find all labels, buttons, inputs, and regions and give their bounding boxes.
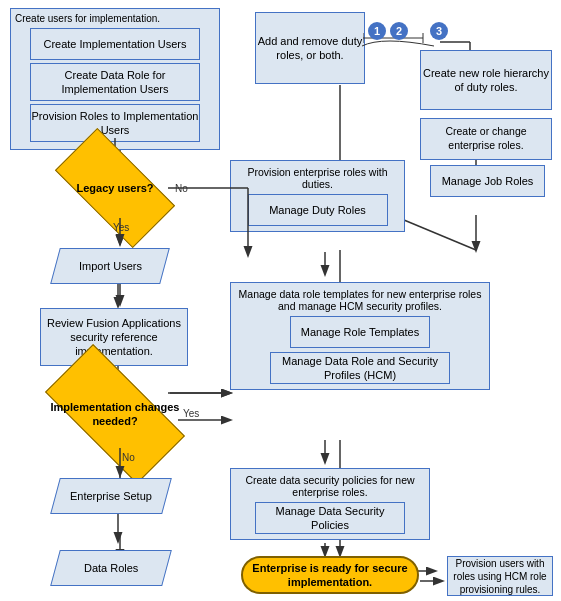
manage-role-templates-box[interactable]: Manage Role Templates [290,316,430,348]
circle-3: 3 [430,22,448,40]
circle-1: 1 [368,22,386,40]
create-users-note: Create users for implementation. [15,13,215,24]
create-users-group: Create users for implementation. Create … [10,8,220,150]
data-security-group: Create data security policies for new en… [230,468,430,540]
arrow-enterprise-data [108,514,128,549]
create-hierarchy-box: Create new role hierarchy of duty roles. [420,50,552,110]
create-impl-users-box[interactable]: Create Implementation Users [30,28,200,60]
manage-job-roles-box[interactable]: Manage Job Roles [430,165,545,197]
arrow-impl-right [178,412,238,432]
flowchart-diagram: Create users for implementation. Create … [0,0,561,601]
arrow-templates-security [315,440,335,470]
impl-changes-diamond: Implementation changes needed? [50,380,180,448]
data-roles-box[interactable]: Data Roles [50,550,172,586]
add-remove-duty-box: Add and remove duty roles, or both. [255,12,365,84]
create-security-note: Create data security policies for new en… [236,474,424,498]
manage-data-role-box[interactable]: Manage Data Role and Security Profiles (… [270,352,450,384]
legacy-users-diamond: Legacy users? [60,158,170,218]
enterprise-setup-box[interactable]: Enterprise Setup [50,478,172,514]
provision-roles-box[interactable]: Provision Roles to Implementation Users [30,104,200,142]
manage-data-note: Manage data role templates for new enter… [236,288,484,312]
enterprise-ready-box: Enterprise is ready for secure implement… [241,556,419,594]
create-data-role-box[interactable]: Create Data Role for Implementation User… [30,63,200,101]
circle-2: 2 [390,22,408,40]
review-fusion-box: Review Fusion Applications security refe… [40,308,188,366]
provision-note: Provision enterprise roles with duties. [236,166,399,190]
create-enterprise-box: Create or change enterprise roles. [420,118,552,160]
arrow-no-bypass [168,183,258,263]
arrow-provision-templates [315,252,335,282]
manage-templates-group: Manage data role templates for new enter… [230,282,490,390]
manage-duty-roles-box[interactable]: Manage Duty Roles [248,194,388,226]
provision-users-note-box: Provision users with roles using HCM rol… [447,556,553,596]
import-users-box[interactable]: Import Users [50,248,170,284]
manage-data-security-box[interactable]: Manage Data Security Policies [255,502,405,534]
arrow-ready-provision [420,573,450,593]
